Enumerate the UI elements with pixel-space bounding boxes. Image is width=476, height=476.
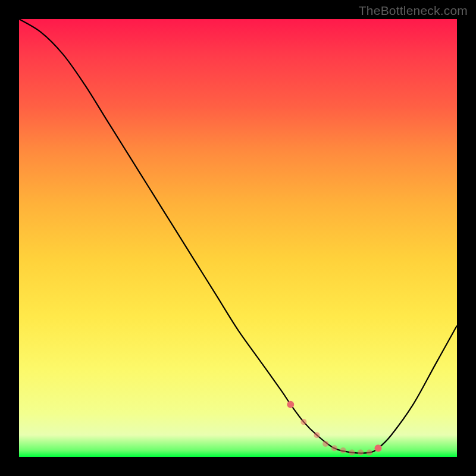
chart-frame: TheBottleneck.com	[0, 0, 476, 476]
marked-point	[349, 450, 355, 456]
watermark-text: TheBottleneck.com	[359, 4, 468, 18]
marked-point	[322, 441, 328, 447]
marked-point	[287, 401, 294, 408]
marked-point	[367, 450, 372, 456]
plot-area	[19, 19, 457, 457]
marked-point	[340, 447, 346, 453]
curve-svg	[19, 19, 457, 457]
marked-point	[314, 432, 320, 438]
bottleneck-curve	[19, 19, 457, 453]
marked-points	[287, 401, 381, 456]
marked-point	[358, 450, 364, 456]
marked-point	[375, 444, 382, 452]
marked-point	[331, 445, 337, 451]
marked-point	[300, 419, 306, 425]
